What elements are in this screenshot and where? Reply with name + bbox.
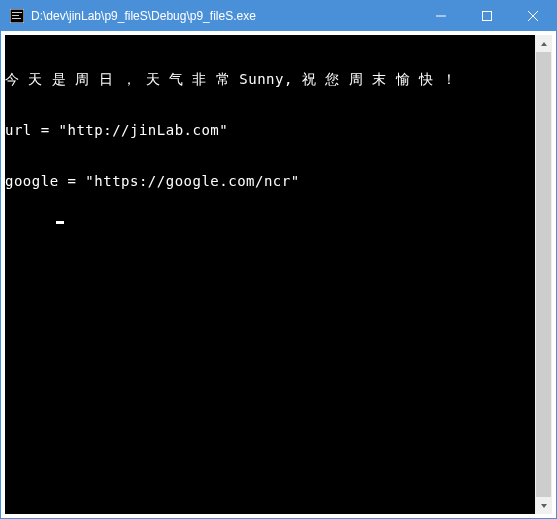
scroll-up-button[interactable] xyxy=(535,35,552,52)
console-line-2: url = "http://jinLab.com" xyxy=(5,122,535,139)
svg-rect-5 xyxy=(483,12,492,21)
minimize-button[interactable] xyxy=(418,1,464,31)
window-controls xyxy=(418,1,556,31)
console-line-1: 今 天 是 周 日 ， 天 气 非 常 Sunny, 祝 您 周 末 愉 快 ！ xyxy=(5,71,535,88)
scrollbar-track[interactable] xyxy=(535,52,552,497)
console-output: 今 天 是 周 日 ， 天 气 非 常 Sunny, 祝 您 周 末 愉 快 ！… xyxy=(5,35,535,514)
app-window: D:\dev\jinLab\p9_fileS\Debug\p9_fileS.ex… xyxy=(0,0,557,519)
vertical-scrollbar[interactable] xyxy=(535,35,552,514)
titlebar[interactable]: D:\dev\jinLab\p9_fileS\Debug\p9_fileS.ex… xyxy=(1,1,556,31)
console-line-3: google = "https://google.com/ncr" xyxy=(5,173,535,190)
svg-marker-8 xyxy=(541,42,547,46)
close-button[interactable] xyxy=(510,1,556,31)
maximize-button[interactable] xyxy=(464,1,510,31)
text-cursor xyxy=(56,221,64,224)
client-area: 今 天 是 周 日 ， 天 气 非 常 Sunny, 祝 您 周 末 愉 快 ！… xyxy=(1,31,556,518)
window-title: D:\dev\jinLab\p9_fileS\Debug\p9_fileS.ex… xyxy=(31,9,418,23)
svg-marker-9 xyxy=(541,504,547,508)
svg-rect-1 xyxy=(12,12,22,13)
app-icon xyxy=(9,8,25,24)
svg-rect-2 xyxy=(12,15,19,16)
scrollbar-thumb[interactable] xyxy=(536,52,551,497)
scroll-down-button[interactable] xyxy=(535,497,552,514)
svg-rect-3 xyxy=(12,18,21,19)
